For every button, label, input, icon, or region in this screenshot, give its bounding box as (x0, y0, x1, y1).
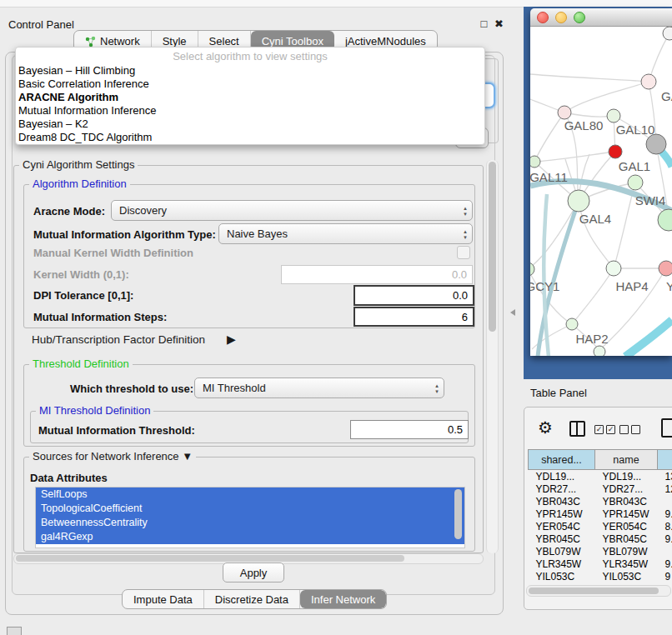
thick-edge (625, 320, 672, 356)
table-row[interactable]: YER054CYER054C8. (529, 520, 672, 532)
data-attributes-label: Data Attributes (30, 472, 108, 484)
node-green-right[interactable] (658, 209, 672, 231)
tab-infer-network[interactable]: Infer Network (300, 590, 386, 608)
kernel-width-field[interactable]: 0.0 (281, 265, 473, 284)
panel-title: Control Panel (8, 18, 74, 31)
column-header[interactable]: name (595, 450, 658, 470)
tab-discretize-data[interactable]: Discretize Data (204, 590, 300, 608)
app-root: Control Panel □ ✖ Network Style Select C… (0, 0, 672, 635)
table-row[interactable]: YPR145WYPR145W9. (529, 508, 672, 520)
settings-scrollbar-thumb[interactable] (489, 162, 496, 332)
table-row[interactable]: YBR043CYBR043C (529, 495, 672, 508)
apply-button[interactable]: Apply (223, 562, 284, 582)
gear-icon[interactable]: ⚙ (538, 419, 553, 436)
table-panel: ⚙ ✓ ✓ shared... name A YDL19...YDL19...1… (524, 407, 672, 610)
stepper-arrows-icon: ▴▾ (430, 382, 444, 394)
node-label: GAL11 (530, 170, 568, 184)
network-canvas[interactable]: GAL80 GAL10 GAL GAL1 GAL11 SWI4 GAL4 GCY… (530, 27, 672, 356)
node-gal[interactable] (641, 74, 656, 89)
algorithm-option[interactable]: Mutual Information Inference (16, 104, 484, 118)
node-gal10[interactable] (646, 134, 666, 154)
node-swi4[interactable] (628, 175, 643, 190)
node-label: GAL80 (564, 118, 604, 132)
kernel-width-label: Kernel Width (0,1): (33, 268, 129, 281)
settings-hscrollbar-thumb[interactable] (16, 555, 404, 562)
algorithm-option[interactable]: Bayesian – K2 (16, 118, 484, 131)
close-icon[interactable]: ✖ (493, 18, 505, 30)
algorithm-option[interactable]: Dream8 DC_TDC Algorithm (16, 131, 484, 144)
node-label: GCY1 (530, 279, 559, 293)
tab-impute-data[interactable]: Impute Data (123, 590, 204, 608)
list-item[interactable]: TopologicalCoefficient (36, 502, 464, 516)
expand-arrow-icon[interactable]: ▶ (227, 332, 236, 346)
node-label: Y (666, 279, 672, 293)
collapse-arrow-icon[interactable]: ▼ (182, 450, 193, 462)
data-attributes-list[interactable]: SelfLoops TopologicalCoefficient Between… (35, 487, 465, 548)
table-row[interactable]: YDR27...YDR27...12 (529, 482, 672, 495)
list-item[interactable]: gal4RGexp (36, 530, 464, 544)
mi-algorithm-type-combobox[interactable]: Naive Bayes ▴▾ (218, 223, 473, 244)
node-gal1-red[interactable] (609, 145, 622, 158)
stepper-arrows-icon: ▴▾ (459, 228, 472, 240)
node-table: shared... name A YDL19...YDL19...13 YDR2… (528, 449, 672, 582)
table-row[interactable]: YIL053CYIL053C9 (529, 570, 672, 582)
node-partial[interactable] (663, 27, 672, 40)
table-row[interactable]: YLR345WYLR345W9. (529, 558, 672, 570)
table-row[interactable]: YBR045CYBR045C9. (529, 532, 672, 545)
dpi-tolerance-label: DPI Tolerance [0,1]: (33, 289, 133, 302)
algorithm-dropdown-popup: Select algorithm to view settings Bayesi… (15, 47, 485, 145)
settings-scrollbar[interactable] (486, 160, 499, 553)
table-row[interactable]: YDL19...YDL19...13 (529, 470, 672, 483)
popup-header: Select algorithm to view settings (16, 49, 484, 64)
group-title: MI Threshold Definition (36, 404, 153, 417)
splitter-collapse-icon[interactable] (510, 309, 515, 316)
column-header[interactable]: shared... (529, 450, 595, 470)
deselect-all-checkboxes-icon[interactable] (619, 425, 640, 434)
close-traffic-light-icon[interactable] (537, 12, 549, 23)
stepper-arrows-icon: ▴▾ (459, 205, 472, 217)
thick-edge (544, 194, 549, 356)
node-partial-bottom[interactable] (594, 346, 605, 356)
aracne-mode-label: Aracne Mode: (33, 205, 105, 218)
node-salmon[interactable] (659, 261, 672, 276)
node-gal4[interactable] (568, 190, 589, 212)
document-icon[interactable] (661, 418, 672, 438)
table-hscrollbar[interactable] (526, 585, 671, 597)
algorithm-option[interactable]: Basic Correlation Inference (16, 78, 484, 91)
mi-steps-label: Mutual Information Steps: (33, 311, 167, 323)
column-header[interactable]: A (658, 450, 672, 470)
mi-type-label: Mutual Information Algorithm Type: (33, 228, 216, 241)
node-pink[interactable] (558, 106, 571, 119)
control-panel-titlebar: Control Panel □ ✖ (0, 8, 517, 28)
node-green[interactable] (607, 109, 620, 122)
aracne-mode-combobox[interactable]: Discovery ▴▾ (111, 200, 473, 221)
node-label: GAL (661, 89, 672, 103)
algorithm-option[interactable]: Bayesian – Hill Climbing (16, 64, 484, 78)
node-hap2[interactable] (566, 318, 578, 330)
node-label: HAP2 (575, 332, 608, 346)
which-threshold-combobox[interactable]: MI Threshold ▴▾ (194, 378, 444, 398)
list-scrollbar-thumb[interactable] (454, 489, 462, 539)
dpi-tolerance-field[interactable]: 0.0 (354, 285, 474, 306)
table-row[interactable]: YBL079WYBL079W (529, 545, 672, 558)
node-gal11[interactable] (530, 156, 540, 168)
minimize-traffic-light-icon[interactable] (555, 12, 567, 23)
mi-threshold-field[interactable]: 0.5 (350, 420, 469, 439)
mi-steps-field[interactable]: 6 (354, 307, 474, 327)
algorithm-option-selected[interactable]: ARACNE Algorithm (16, 91, 484, 104)
float-window-icon[interactable]: □ (478, 18, 490, 30)
manual-kernel-checkbox[interactable] (457, 246, 470, 259)
list-item[interactable]: BetweennessCentrality (36, 516, 464, 530)
node-hap4[interactable] (606, 261, 621, 276)
node-label: GAL4 (579, 212, 611, 226)
network-graph: GAL80 GAL10 GAL GAL1 GAL11 SWI4 GAL4 GCY… (530, 27, 672, 356)
list-item[interactable]: SelfLoops (36, 488, 464, 502)
zoom-traffic-light-icon[interactable] (574, 12, 585, 23)
group-title: Sources for Network Inference ▼ (29, 450, 196, 462)
table-hscrollbar-thumb[interactable] (529, 588, 659, 594)
select-all-checkboxes-icon[interactable]: ✓ ✓ (594, 425, 615, 434)
dock-panel-icon[interactable] (7, 627, 22, 635)
network-window-titlebar[interactable] (530, 8, 672, 27)
columns-icon[interactable] (569, 421, 585, 437)
group-title: Algorithm Definition (29, 178, 130, 190)
